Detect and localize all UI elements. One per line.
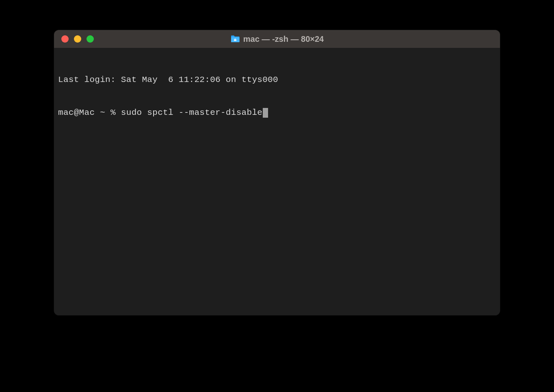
close-button[interactable] [61, 35, 69, 43]
folder-icon [230, 35, 240, 43]
cursor [263, 108, 268, 118]
traffic-lights [61, 35, 94, 43]
terminal-window: mac — -zsh — 80×24 Last login: Sat May 6… [54, 30, 500, 315]
maximize-button[interactable] [87, 35, 94, 43]
last-login-line: Last login: Sat May 6 11:22:06 on ttys00… [58, 74, 496, 85]
minimize-button[interactable] [74, 35, 81, 43]
window-title-group: mac — -zsh — 80×24 [230, 34, 324, 44]
titlebar[interactable]: mac — -zsh — 80×24 [54, 30, 500, 48]
command-input[interactable]: sudo spctl --master-disable [121, 107, 262, 118]
shell-prompt: mac@Mac ~ % [58, 107, 121, 118]
window-title: mac — -zsh — 80×24 [243, 34, 324, 44]
terminal-body[interactable]: Last login: Sat May 6 11:22:06 on ttys00… [54, 48, 500, 315]
prompt-line: mac@Mac ~ % sudo spctl --master-disable [58, 107, 496, 118]
